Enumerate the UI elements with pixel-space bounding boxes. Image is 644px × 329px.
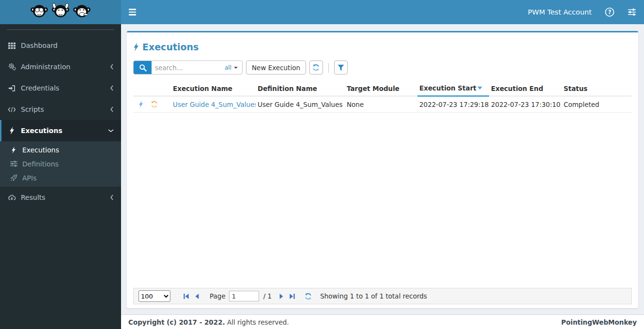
settings-sliders-icon[interactable] <box>628 8 636 16</box>
footer: Copyright (c) 2017 - 2022. All rights re… <box>121 314 644 329</box>
filter-icon <box>337 64 344 71</box>
sidebar-item-label: Results <box>21 194 46 201</box>
bolt-icon <box>10 147 17 153</box>
sidebar-toggle-button[interactable] <box>128 7 137 17</box>
executions-table: Execution Name Definition Name Target Mo… <box>133 82 632 113</box>
filter-button[interactable] <box>334 60 348 75</box>
three-monkeys-icon <box>29 2 92 22</box>
svg-text:?: ? <box>608 9 612 15</box>
sidebar-item-label: Scripts <box>21 105 44 113</box>
chevron-left-icon <box>110 106 114 112</box>
column-actions <box>133 82 171 96</box>
submenu-item-label: Definitions <box>22 160 59 168</box>
rocket-icon <box>10 174 17 181</box>
sliders-icon <box>10 161 17 167</box>
submenu-item-definitions[interactable]: Definitions <box>0 157 121 171</box>
submenu-item-executions[interactable]: Executions <box>0 143 121 157</box>
rerun-refresh-icon[interactable] <box>151 101 158 108</box>
sidebar-item-dashboard[interactable]: Dashboard <box>0 35 121 56</box>
bolt-icon <box>133 43 139 51</box>
sidebar-item-label: Executions <box>21 127 62 135</box>
chevron-down-icon <box>108 129 114 133</box>
main-area: Executions all <box>121 24 644 329</box>
records-summary: Showing 1 to 1 of 1 total records <box>320 292 427 300</box>
column-status[interactable]: Status <box>562 82 632 96</box>
target-module-cell: None <box>345 96 417 113</box>
gears-icon <box>8 63 16 71</box>
account-label[interactable]: PWM Test Account <box>528 8 592 16</box>
total-pages-label: / 1 <box>263 292 272 300</box>
refresh-icon[interactable] <box>305 293 312 300</box>
top-bar: PWM Test Account ? <box>0 0 644 24</box>
sidebar-item-executions[interactable]: Executions <box>0 120 121 141</box>
search-button[interactable] <box>134 60 152 75</box>
column-definition-name[interactable]: Definition Name <box>256 82 345 96</box>
search-icon <box>139 64 147 72</box>
page-size-select[interactable]: 100 <box>138 290 170 302</box>
sidebar-item-credentials[interactable]: Credentials <box>0 77 121 99</box>
page-label: Page <box>210 292 226 300</box>
table-row: User Guide 4_Sum_Values User Guide 4_Sum… <box>133 96 632 113</box>
submenu-item-apis[interactable]: APIs <box>0 171 121 185</box>
grid-icon <box>8 42 16 49</box>
search-group: all <box>133 60 243 75</box>
sidebar-item-administration[interactable]: Administration <box>0 56 121 77</box>
cloud-download-icon <box>8 194 16 201</box>
submenu-item-label: APIs <box>22 174 36 182</box>
column-execution-end[interactable]: Execution End <box>489 82 562 96</box>
help-icon[interactable]: ? <box>605 7 614 17</box>
refresh-button[interactable] <box>309 60 323 75</box>
caret-down-icon <box>234 67 238 69</box>
footer-brand: PointingWebMonkey <box>561 318 637 326</box>
sidebar-item-label: Administration <box>21 63 70 71</box>
navbar: PWM Test Account ? <box>121 0 644 24</box>
sign-in-icon <box>8 85 16 92</box>
code-icon <box>8 106 16 113</box>
sort-desc-icon <box>477 87 482 90</box>
pagination-bar: 100 Page / 1 <box>133 288 632 304</box>
app-window: PWM Test Account ? <box>0 0 644 329</box>
execution-name-link[interactable]: User Guide 4_Sum_Values <box>173 101 256 108</box>
execution-end-cell: 2022-07-23 17:30:10 <box>489 96 562 113</box>
column-target-module[interactable]: Target Module <box>345 82 417 96</box>
toolbar-divider <box>328 63 329 73</box>
toolbar: all New Execution <box>133 60 632 75</box>
page-number-input[interactable] <box>229 291 259 301</box>
empty-area <box>133 113 632 288</box>
sidebar-item-label: Dashboard <box>21 42 58 49</box>
executions-submenu: Executions Definitions APIs <box>0 141 121 187</box>
new-execution-button[interactable]: New Execution <box>246 60 306 75</box>
run-bolt-icon[interactable] <box>138 101 143 108</box>
executions-panel: Executions all <box>127 31 638 308</box>
chevron-left-icon <box>110 194 114 200</box>
refresh-icon <box>312 64 320 71</box>
sidebar-divider <box>7 30 114 30</box>
sidebar-item-label: Credentials <box>21 84 59 92</box>
sidebar-item-results[interactable]: Results <box>0 187 121 208</box>
sidebar-item-scripts[interactable]: Scripts <box>0 99 121 120</box>
next-page-icon[interactable] <box>279 293 284 299</box>
three-monkeys-logo[interactable] <box>0 0 121 24</box>
chevron-left-icon <box>110 85 114 91</box>
sidebar: Dashboard Administration Credentials <box>0 24 121 329</box>
execution-start-cell: 2022-07-23 17:29:18 <box>417 96 489 113</box>
search-scope-dropdown[interactable]: all <box>223 64 242 71</box>
bolt-icon <box>8 127 16 135</box>
column-execution-start[interactable]: Execution Start <box>417 82 489 96</box>
status-cell: Completed <box>562 96 632 113</box>
prev-page-icon[interactable] <box>194 293 199 299</box>
page-title: Executions <box>133 42 632 52</box>
chevron-left-icon <box>110 64 114 70</box>
definition-name-cell: User Guide 4_Sum_Values <box>256 96 345 113</box>
column-execution-name[interactable]: Execution Name <box>171 82 256 96</box>
search-input[interactable] <box>152 64 223 72</box>
last-page-icon[interactable] <box>289 293 295 299</box>
first-page-icon[interactable] <box>183 293 189 299</box>
submenu-item-label: Executions <box>22 146 59 154</box>
copyright-text: Copyright (c) 2017 - 2022. All rights re… <box>128 318 289 326</box>
